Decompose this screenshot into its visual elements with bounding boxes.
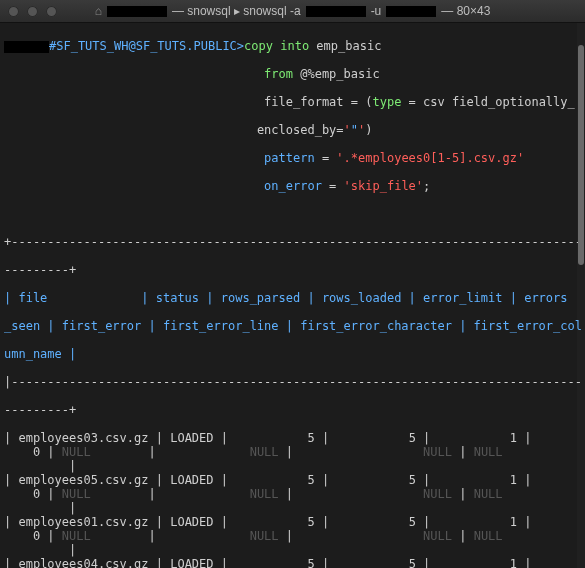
table-row: 0 | NULL | NULL | NULL | NULL (4, 529, 581, 543)
indent (4, 95, 264, 109)
scrollbar-thumb[interactable] (578, 45, 584, 265)
semi: ; (423, 179, 430, 193)
table-header: _seen | first_error | first_error_line |… (4, 319, 581, 333)
kw-copy: copy into (244, 39, 309, 53)
redacted-segment (107, 6, 167, 17)
window-title: ⌂ — snowsql ▸ snowsql -a -u — 80×43 (0, 4, 585, 18)
indent (4, 67, 264, 81)
table-row: | employees05.csv.gz | LOADED | 5 | 5 | … (4, 473, 581, 487)
sql-stage: @%emp_basic (293, 67, 380, 81)
title-dims: — 80×43 (441, 4, 490, 18)
window-titlebar: ⌂ — snowsql ▸ snowsql -a -u — 80×43 (0, 0, 585, 23)
table-row: | (4, 459, 581, 473)
prompt-context: #SF_TUTS_WH@SF_TUTS.PUBLIC> (49, 39, 244, 53)
table-row: | employees01.csv.gz | LOADED | 5 | 5 | … (4, 515, 581, 529)
table-row: | employees03.csv.gz | LOADED | 5 | 5 | … (4, 431, 581, 445)
minimize-icon[interactable] (27, 6, 38, 17)
table-row: | (4, 501, 581, 515)
table-sep: |---------------------------------------… (4, 375, 581, 389)
onerr-val: 'skip_file' (344, 179, 423, 193)
ff-rhs: = csv field_optionally_ (401, 95, 574, 109)
redacted-user (4, 41, 49, 53)
eq: = (315, 151, 337, 165)
enc-val: " (351, 123, 358, 137)
sql-table: emp_basic (309, 39, 381, 53)
redacted-segment (306, 6, 366, 17)
indent (4, 179, 264, 193)
enc-open: ' (344, 123, 351, 137)
eq: = (322, 179, 344, 193)
table-header: umn_name | (4, 347, 581, 361)
redacted-segment (386, 6, 436, 17)
table-sep: ---------+ (4, 403, 581, 417)
table-sep: ---------+ (4, 263, 581, 277)
table-row: | (4, 543, 581, 557)
table-header: | file | status | rows_parsed | rows_loa… (4, 291, 581, 305)
table-row: | employees04.csv.gz | LOADED | 5 | 5 | … (4, 557, 581, 568)
close-paren: ) (365, 123, 372, 137)
onerr-lhs: on_error (264, 179, 322, 193)
terminal-output[interactable]: #SF_TUTS_WH@SF_TUTS.PUBLIC>copy into emp… (0, 23, 585, 568)
home-icon: ⌂ (95, 4, 102, 18)
pattern-val: '.*employees0[1-5].csv.gz' (336, 151, 524, 165)
close-icon[interactable] (8, 6, 19, 17)
title-text-1: — snowsql ▸ snowsql -a (172, 4, 301, 18)
table-row: 0 | NULL | NULL | NULL | NULL (4, 487, 581, 501)
kw-from: from (264, 67, 293, 81)
ff-lhs: file_format = ( (264, 95, 372, 109)
table-sep: +---------------------------------------… (4, 235, 581, 249)
zoom-icon[interactable] (46, 6, 57, 17)
table-row: 0 | NULL | NULL | NULL | NULL (4, 445, 581, 459)
indent (4, 123, 257, 137)
indent (4, 151, 264, 165)
title-text-2: -u (371, 4, 382, 18)
enc-lhs: enclosed_by= (257, 123, 344, 137)
traffic-lights[interactable] (8, 6, 57, 17)
pattern-lhs: pattern (264, 151, 315, 165)
kw-type: type (372, 95, 401, 109)
scrollbar[interactable] (577, 23, 585, 568)
